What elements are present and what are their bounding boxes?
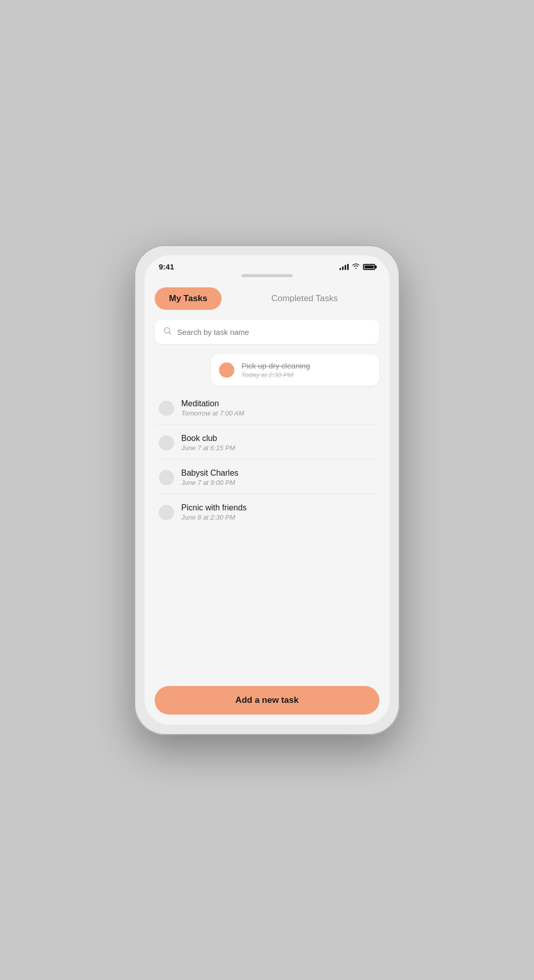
spacer <box>155 528 379 686</box>
wifi-icon <box>352 263 360 271</box>
tab-bar: My Tasks Completed Tasks <box>155 287 379 310</box>
notch-area <box>144 274 390 277</box>
task-details: Book club June 7 at 6:15 PM <box>181 434 235 452</box>
search-bar <box>155 320 379 344</box>
add-task-button[interactable]: Add a new task <box>155 686 379 715</box>
task-details: Babysit Charles June 7 at 9:00 PM <box>181 469 238 486</box>
list-item[interactable]: Meditation Tomorrow at 7:00 AM <box>155 392 379 425</box>
task-time: June 7 at 9:00 PM <box>181 479 238 486</box>
phone-screen: 9:41 <box>144 255 390 725</box>
task-circle <box>159 470 174 485</box>
list-item[interactable]: Picnic with friends June 8 at 2:30 PM <box>155 496 379 528</box>
task-circle <box>159 401 174 416</box>
task-list: Pick up dry cleaning Today at 2:30 PM Me… <box>155 354 379 528</box>
task-time: June 7 at 6:15 PM <box>181 444 235 452</box>
status-icons <box>339 263 375 271</box>
completed-task-time: Today at 2:30 PM <box>241 371 310 379</box>
list-item[interactable]: Book club June 7 at 6:15 PM <box>155 427 379 459</box>
task-circle <box>159 505 174 520</box>
task-time: June 8 at 2:30 PM <box>181 513 247 521</box>
completed-task-item[interactable]: Pick up dry cleaning Today at 2:30 PM <box>211 354 379 386</box>
task-circle <box>159 435 174 451</box>
task-name: Babysit Charles <box>181 469 238 478</box>
status-bar: 9:41 <box>144 255 390 274</box>
tab-my-tasks[interactable]: My Tasks <box>155 287 222 310</box>
tab-completed-tasks[interactable]: Completed Tasks <box>230 293 379 304</box>
task-details: Meditation Tomorrow at 7:00 AM <box>181 399 244 417</box>
task-details: Picnic with friends June 8 at 2:30 PM <box>181 503 247 521</box>
task-name: Book club <box>181 434 235 443</box>
list-item[interactable]: Babysit Charles June 7 at 9:00 PM <box>155 461 379 494</box>
search-input[interactable] <box>177 328 371 336</box>
completed-task-name: Pick up dry cleaning <box>241 361 310 370</box>
app-content: My Tasks Completed Tasks <box>144 279 390 725</box>
task-name: Meditation <box>181 399 244 408</box>
completed-task-details: Pick up dry cleaning Today at 2:30 PM <box>241 361 310 379</box>
signal-icon <box>339 264 349 270</box>
task-name: Picnic with friends <box>181 503 247 512</box>
notch <box>241 274 293 277</box>
battery-icon <box>363 264 375 270</box>
task-time: Tomorrow at 7:00 AM <box>181 409 244 417</box>
status-time: 9:41 <box>159 262 174 271</box>
completed-task-circle <box>219 362 234 378</box>
search-icon <box>163 326 172 338</box>
phone-frame: 9:41 <box>134 245 400 735</box>
